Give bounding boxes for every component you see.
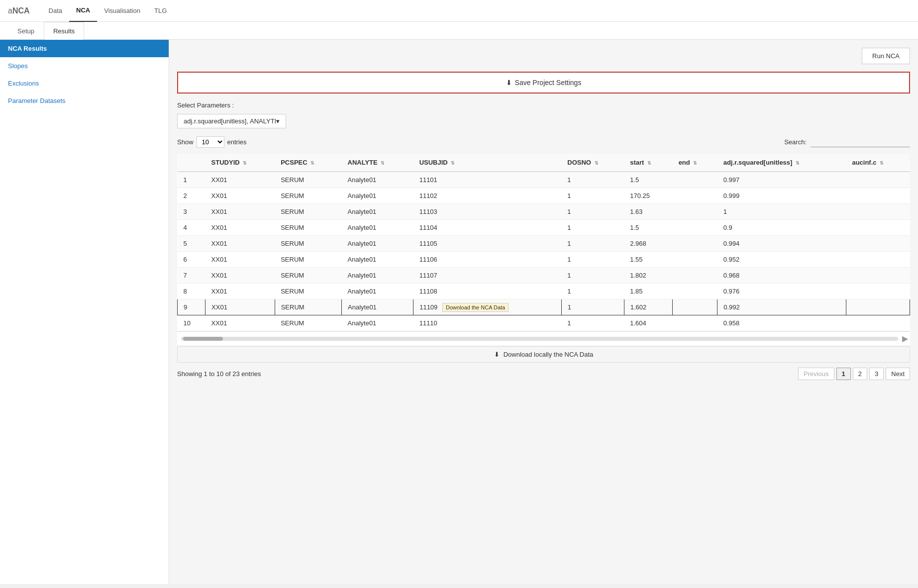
parameter-select-dropdown[interactable]: adj.r.squared[unitless], ANALYTI▾	[177, 114, 286, 128]
table-cell	[673, 299, 717, 315]
tab-setup[interactable]: Setup	[8, 22, 44, 40]
page-button-1[interactable]: 1	[836, 368, 851, 380]
table-cell: SERUM	[275, 268, 341, 284]
table-cell	[846, 220, 910, 236]
col-header-aucinf[interactable]: aucinf.c ⇅	[846, 154, 910, 172]
col-header-usubjid[interactable]: USUBJID ⇅	[413, 154, 562, 172]
table-cell: XX01	[205, 172, 275, 188]
previous-button[interactable]: Previous	[798, 368, 834, 380]
table-cell: 1.55	[624, 252, 672, 268]
scrollbar-thumb[interactable]	[183, 337, 223, 341]
table-cell: 0.997	[717, 172, 846, 188]
col-header-rownum	[178, 154, 205, 172]
page-button-2[interactable]: 2	[853, 368, 867, 380]
col-header-adj-r-squared[interactable]: adj.r.squared[unitless] ⇅	[717, 154, 846, 172]
pagination-controls: Previous 1 2 3 Next	[798, 368, 910, 380]
table-cell: SERUM	[275, 284, 341, 299]
showing-text: Showing 1 to 10 of 23 entries	[177, 370, 261, 378]
results-table-wrapper: STUDYID ⇅ PCSPEC ⇅ ANALYTE ⇅ USUBJID ⇅ D…	[177, 154, 910, 331]
table-cell: 11106	[413, 252, 562, 268]
table-cell	[673, 236, 717, 252]
table-row: 5XX01SERUMAnalyte011110512.9680.994	[178, 236, 910, 252]
table-cell	[846, 315, 910, 331]
search-label: Search:	[784, 138, 807, 146]
table-cell: 1.63	[624, 204, 672, 220]
table-cell: SERUM	[275, 188, 341, 204]
table-cell: Analyte01	[342, 220, 413, 236]
table-cell: Analyte01	[342, 236, 413, 252]
scroll-right-arrow[interactable]: ▶	[902, 334, 910, 343]
col-header-studyid[interactable]: STUDYID ⇅	[205, 154, 275, 172]
table-cell: 1	[561, 172, 624, 188]
main-layout: NCA Results Slopes Exclusions Parameter …	[0, 40, 918, 584]
table-cell: 11103	[413, 204, 562, 220]
table-cell: SERUM	[275, 299, 341, 315]
table-cell: 1.802	[624, 268, 672, 284]
table-cell	[673, 252, 717, 268]
table-cell: 11102	[413, 188, 562, 204]
table-cell: 1	[561, 236, 624, 252]
table-row: 9XX01SERUMAnalyte0111109 Download the NC…	[178, 299, 910, 315]
entries-select[interactable]: 10 25 50 100	[197, 136, 224, 148]
nav-tlg[interactable]: TLG	[147, 0, 174, 22]
horizontal-scrollbar[interactable]: ▶	[177, 331, 910, 345]
tab-results[interactable]: Results	[44, 22, 84, 40]
cell-value: 11109	[419, 303, 437, 311]
scrollbar-track	[181, 337, 898, 341]
table-row: 3XX01SERUMAnalyte011110311.631	[178, 204, 910, 220]
table-cell	[846, 299, 910, 315]
nav-nca[interactable]: NCA	[69, 0, 97, 22]
table-cell: XX01	[205, 252, 275, 268]
table-cell: 0.992	[717, 299, 846, 315]
table-row: 2XX01SERUMAnalyte01111021170.250.999	[178, 188, 910, 204]
table-cell: Analyte01	[342, 172, 413, 188]
table-row: 1XX01SERUMAnalyte011110111.50.997	[178, 172, 910, 188]
table-cell: 0.958	[717, 315, 846, 331]
nav-data[interactable]: Data	[42, 0, 69, 22]
table-cell: 0.968	[717, 268, 846, 284]
table-cell: XX01	[205, 315, 275, 331]
run-nca-button[interactable]: Run NCA	[862, 48, 910, 64]
col-header-pcspec[interactable]: PCSPEC ⇅	[275, 154, 341, 172]
download-nca-bar[interactable]: ⬇ Download locally the NCA Data	[177, 346, 910, 363]
col-header-dosno[interactable]: DOSNO ⇅	[561, 154, 624, 172]
table-cell: 1	[561, 220, 624, 236]
table-cell: 0.952	[717, 252, 846, 268]
sidebar-item-slopes[interactable]: Slopes	[0, 57, 169, 75]
table-cell: 11101	[413, 172, 562, 188]
entries-label: entries	[227, 138, 247, 146]
sidebar-item-exclusions[interactable]: Exclusions	[0, 75, 169, 92]
table-cell: 2.968	[624, 236, 672, 252]
nav-visualisation[interactable]: Visualisation	[97, 0, 147, 22]
table-cell: 0.999	[717, 188, 846, 204]
col-header-end[interactable]: end ⇅	[673, 154, 717, 172]
select-parameters-label: Select Parameters :	[177, 101, 910, 109]
table-cell: 11107	[413, 268, 562, 284]
col-header-start[interactable]: start ⇅	[624, 154, 672, 172]
sidebar-item-parameter-datasets[interactable]: Parameter Datasets	[0, 92, 169, 109]
table-cell: 1	[561, 315, 624, 331]
table-cell: 3	[178, 204, 205, 220]
col-header-analyte[interactable]: ANALYTE ⇅	[342, 154, 413, 172]
table-cell: 1.602	[624, 299, 672, 315]
brand: aNCA	[8, 6, 30, 15]
table-cell: 170.25	[624, 188, 672, 204]
table-cell: 9	[178, 299, 205, 315]
save-project-settings-button[interactable]: ⬇ Save Project Settings	[506, 79, 582, 87]
table-row: 10XX01SERUMAnalyte011111011.6040.958	[178, 315, 910, 331]
next-button[interactable]: Next	[886, 368, 910, 380]
table-cell: 1.5	[624, 220, 672, 236]
table-cell: Analyte01	[342, 299, 413, 315]
sidebar-item-nca-results[interactable]: NCA Results	[0, 40, 169, 57]
table-row: 8XX01SERUMAnalyte011110811.850.976	[178, 284, 910, 299]
table-cell	[673, 268, 717, 284]
table-cell: 1	[561, 204, 624, 220]
table-cell: 8	[178, 284, 205, 299]
table-cell: SERUM	[275, 172, 341, 188]
search-input[interactable]	[811, 137, 910, 147]
save-settings-label: Save Project Settings	[515, 79, 582, 87]
page-button-3[interactable]: 3	[869, 368, 884, 380]
show-label: Show	[177, 138, 194, 146]
table-cell: XX01	[205, 299, 275, 315]
table-cell: SERUM	[275, 315, 341, 331]
